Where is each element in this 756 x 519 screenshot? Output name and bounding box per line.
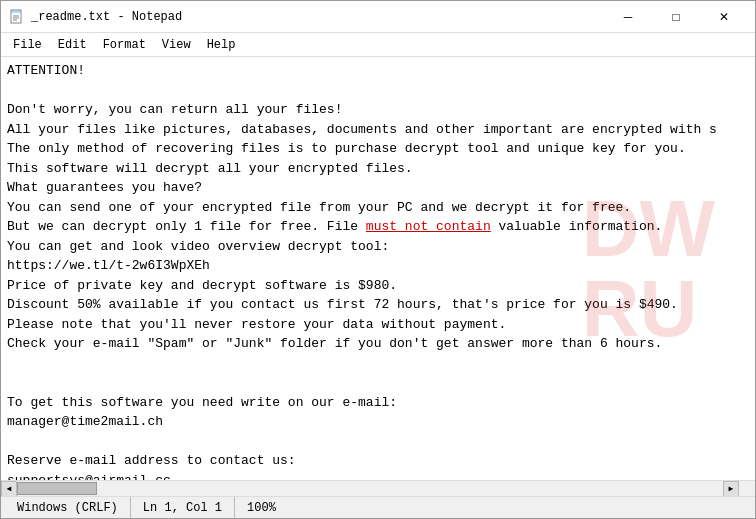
window-title: _readme.txt - Notepad — [31, 10, 182, 24]
scroll-right-button[interactable]: ▶ — [723, 481, 739, 497]
menu-help[interactable]: Help — [199, 36, 244, 54]
status-encoding-section: Windows (CRLF) — [5, 497, 131, 518]
maximize-button[interactable]: □ — [653, 5, 699, 29]
title-bar-controls: ─ □ ✕ — [605, 5, 747, 29]
menu-view[interactable]: View — [154, 36, 199, 54]
menu-edit[interactable]: Edit — [50, 36, 95, 54]
minimize-button[interactable]: ─ — [605, 5, 651, 29]
scroll-left-button[interactable]: ◀ — [1, 481, 17, 497]
editor-container: DWRU ATTENTION! Don't worry, you can ret… — [1, 57, 755, 480]
status-encoding: Windows (CRLF) — [17, 501, 118, 515]
svg-rect-1 — [11, 10, 21, 13]
scroll-h-track[interactable] — [17, 481, 723, 496]
scroll-h-thumb[interactable] — [17, 482, 97, 495]
title-bar: _readme.txt - Notepad ─ □ ✕ — [1, 1, 755, 33]
menu-format[interactable]: Format — [95, 36, 154, 54]
status-bar: Windows (CRLF) Ln 1, Col 1 100% — [1, 496, 755, 518]
status-position-section: Ln 1, Col 1 — [131, 497, 235, 518]
close-button[interactable]: ✕ — [701, 5, 747, 29]
status-zoom: 100% — [247, 501, 276, 515]
editor-scroll[interactable]: DWRU ATTENTION! Don't worry, you can ret… — [1, 57, 755, 480]
attention-line: ATTENTION! Don't worry, you can return a… — [7, 63, 717, 480]
notepad-icon — [9, 9, 25, 25]
title-bar-left: _readme.txt - Notepad — [9, 9, 182, 25]
status-position: Ln 1, Col 1 — [143, 501, 222, 515]
notepad-window: _readme.txt - Notepad ─ □ ✕ File Edit Fo… — [0, 0, 756, 519]
editor-content[interactable]: ATTENTION! Don't worry, you can return a… — [7, 61, 749, 480]
horizontal-scrollbar: ◀ ▶ — [1, 480, 755, 496]
status-zoom-section: 100% — [235, 497, 288, 518]
menu-file[interactable]: File — [5, 36, 50, 54]
menu-bar: File Edit Format View Help — [1, 33, 755, 57]
scroll-corner — [739, 481, 755, 497]
